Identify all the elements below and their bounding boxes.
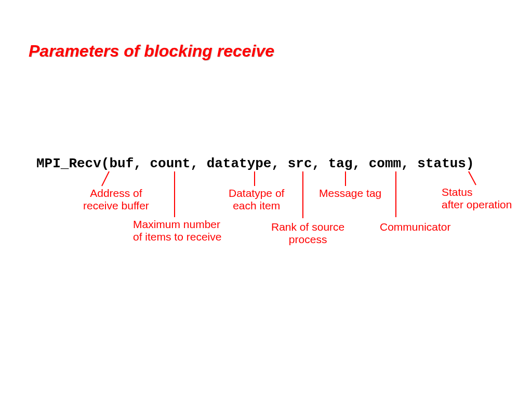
annotation-count: Maximum numberof items to receive — [133, 218, 221, 243]
slide-title: Parameters of blocking receive — [29, 42, 274, 61]
annotation-tag: Message tag — [319, 187, 381, 200]
annotation-status: Statusafter operation — [442, 186, 512, 211]
annotation-src: Rank of sourceprocess — [271, 221, 344, 246]
code-signature: MPI_Recv(buf, count, datatype, src, tag,… — [36, 156, 474, 171]
svg-line-6 — [469, 171, 476, 185]
annotation-buf: Address ofreceive buffer — [83, 187, 149, 212]
annotation-datatype: Datatype ofeach item — [229, 187, 284, 212]
annotation-comm: Communicator — [380, 221, 451, 233]
svg-line-0 — [102, 171, 109, 186]
